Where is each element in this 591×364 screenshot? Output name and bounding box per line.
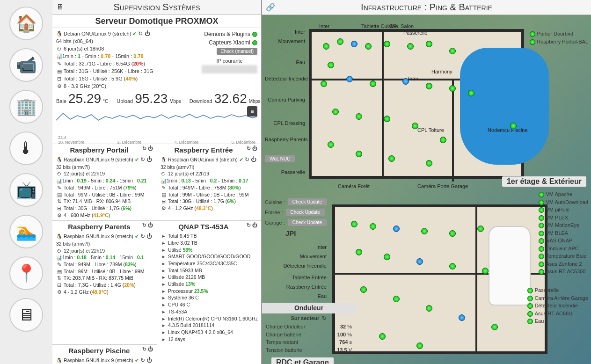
power-icon[interactable]: ⏻ bbox=[251, 156, 256, 163]
device-dot[interactable] bbox=[388, 155, 395, 162]
device-dot[interactable] bbox=[449, 48, 456, 54]
device-dot[interactable] bbox=[426, 160, 432, 167]
device-dot[interactable] bbox=[351, 41, 358, 47]
device-dot[interactable] bbox=[393, 226, 400, 232]
daemons-label: Démons & Plugins bbox=[204, 31, 250, 37]
power-icon[interactable]: ⏻ bbox=[145, 30, 150, 37]
device-dot[interactable] bbox=[384, 254, 390, 260]
device-dot[interactable] bbox=[416, 258, 423, 265]
device-dot[interactable] bbox=[328, 62, 334, 68]
device-dot[interactable] bbox=[449, 263, 456, 269]
device-dot[interactable] bbox=[482, 268, 489, 274]
device-dot[interactable] bbox=[412, 123, 418, 129]
device-dot[interactable] bbox=[468, 90, 474, 96]
device-dot[interactable] bbox=[356, 249, 362, 255]
device-dot[interactable] bbox=[346, 76, 353, 82]
device-dot[interactable] bbox=[491, 324, 498, 330]
update-label: Entrée : bbox=[265, 210, 283, 215]
power-icon[interactable]: ⏻ bbox=[148, 222, 153, 228]
refresh-icon[interactable]: ↻ bbox=[142, 346, 146, 352]
device-dot[interactable] bbox=[440, 137, 446, 143]
nav-heating[interactable]: 🌡 bbox=[9, 131, 43, 165]
refresh-icon[interactable]: ↻ bbox=[142, 146, 146, 151]
refresh-icon[interactable]: ↻ bbox=[247, 146, 251, 151]
refresh-icon[interactable]: ↻ bbox=[140, 357, 145, 364]
download-label: Download bbox=[190, 98, 212, 104]
power-icon[interactable]: ⏻ bbox=[148, 346, 153, 352]
check-update-button[interactable]: Check Update bbox=[286, 209, 325, 216]
device-dot[interactable] bbox=[402, 78, 409, 85]
device-dot[interactable] bbox=[426, 305, 432, 312]
power-icon[interactable]: ⏻ bbox=[146, 156, 152, 163]
status-dot-icon bbox=[252, 32, 257, 37]
device-dot[interactable] bbox=[360, 286, 367, 293]
refresh-icon[interactable]: ↻ bbox=[140, 156, 145, 163]
device-dot[interactable] bbox=[379, 333, 386, 340]
status-dot-icon bbox=[527, 303, 533, 309]
status-dot-icon bbox=[527, 296, 533, 301]
mem-icon: ▤ bbox=[56, 68, 62, 75]
server-status-box: Démons & Plugins Capteurs Xiaomi Check (… bbox=[202, 30, 257, 73]
device-dot[interactable] bbox=[426, 83, 432, 89]
map-label: Détecteur Incendie bbox=[271, 263, 328, 269]
device-dot[interactable] bbox=[351, 221, 358, 227]
refresh-icon[interactable]: ↻ bbox=[245, 156, 249, 163]
legend-label: VM Apache bbox=[546, 191, 572, 197]
device-dot[interactable] bbox=[449, 230, 456, 237]
device-dot[interactable] bbox=[477, 226, 484, 232]
device-dot[interactable] bbox=[328, 141, 334, 148]
power-icon[interactable]: ⏻ bbox=[146, 233, 152, 240]
nav-media[interactable]: 📺 bbox=[9, 173, 43, 207]
legend-label: Portier Doorbird bbox=[537, 31, 574, 36]
power-icon[interactable]: ⏻ bbox=[252, 222, 257, 228]
nav-servers[interactable]: 🖥 bbox=[9, 298, 43, 332]
power-icon[interactable]: ⏻ bbox=[146, 357, 152, 364]
nav-presence[interactable]: 📍 bbox=[9, 256, 43, 290]
check-update-button[interactable]: Check Update bbox=[288, 198, 327, 205]
ups-row-label: Tension batterie bbox=[266, 346, 302, 354]
power-icon[interactable]: ⏻ bbox=[148, 146, 153, 151]
legend-label: Asus Zenfone 2 bbox=[546, 261, 582, 267]
chart-y-label: 22.4 bbox=[56, 135, 257, 140]
nav-cameras[interactable]: 📹 bbox=[9, 48, 43, 82]
swap-icon: ⊟ bbox=[56, 75, 62, 83]
device-dot[interactable] bbox=[449, 85, 456, 92]
nav-floorplan[interactable]: 🏢 bbox=[9, 90, 43, 124]
refresh-icon[interactable]: ↻ bbox=[322, 315, 327, 321]
device-dot[interactable] bbox=[321, 80, 327, 87]
device-dot[interactable] bbox=[393, 296, 400, 302]
nav-home[interactable]: 🏠 bbox=[9, 7, 43, 40]
power-icon[interactable]: ⏻ bbox=[252, 146, 257, 151]
radiator-icon: 🌡 bbox=[18, 138, 35, 158]
device-dot[interactable] bbox=[365, 43, 372, 50]
legend-label: Asus RT-AC5300 bbox=[546, 269, 586, 274]
refresh-icon[interactable]: ↻ bbox=[138, 30, 143, 37]
device-dot[interactable] bbox=[426, 41, 432, 47]
main: 🖥 Supervision Systèmes Serveur Domotique… bbox=[52, 0, 591, 364]
device-dot[interactable] bbox=[370, 223, 376, 230]
check-button[interactable]: Check (manuel) bbox=[217, 48, 257, 55]
device-dot[interactable] bbox=[421, 228, 428, 234]
sidebar: 🏠 📹 🏢 🌡 📺 🏊 📍 🖥 bbox=[0, 0, 52, 364]
device-dot[interactable] bbox=[356, 151, 362, 157]
map-label: Eau bbox=[264, 59, 306, 65]
device-dot[interactable] bbox=[384, 116, 390, 122]
device-dot[interactable] bbox=[323, 43, 329, 50]
device-dot[interactable] bbox=[356, 113, 362, 120]
nav-pool[interactable]: 🏊 bbox=[9, 215, 43, 248]
device-dot[interactable] bbox=[384, 41, 390, 47]
device-dot[interactable] bbox=[337, 38, 343, 45]
device-dot[interactable] bbox=[510, 123, 517, 129]
wol-button[interactable]: WoL NUC bbox=[265, 155, 295, 162]
refresh-icon[interactable]: ↻ bbox=[142, 222, 146, 228]
device-dot[interactable] bbox=[332, 109, 339, 115]
chart-menu-button[interactable]: ≡ bbox=[247, 106, 257, 116]
refresh-icon[interactable]: ↻ bbox=[247, 222, 251, 228]
map-label: CPL Toiture bbox=[416, 127, 445, 133]
device-dot[interactable] bbox=[416, 342, 423, 349]
device-dot[interactable] bbox=[407, 43, 414, 50]
device-dot[interactable] bbox=[459, 314, 465, 321]
refresh-icon[interactable]: ↻ bbox=[140, 233, 145, 240]
device-dot[interactable] bbox=[370, 80, 376, 87]
check-update-button[interactable]: Check Update bbox=[288, 219, 327, 226]
